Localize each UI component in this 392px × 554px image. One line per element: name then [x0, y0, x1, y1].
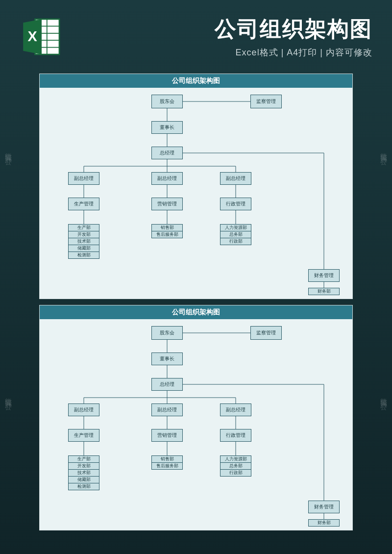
node-dgm1: 副总经理: [68, 172, 99, 185]
node-dept-admin: 行政部: [220, 469, 251, 477]
node-dept-general: 总务部: [220, 462, 251, 470]
node-dept-hr: 人力资源部: [220, 224, 251, 231]
node-board: 股东会: [151, 95, 183, 108]
node-dgm3: 副总经理: [220, 172, 251, 185]
node-dgm2: 副总经理: [151, 403, 183, 416]
node-dept-rd: 开发部: [68, 231, 99, 238]
node-dept-prod: 生产部: [68, 224, 99, 231]
node-dept-general: 总务部: [220, 231, 251, 238]
preview-wrap: 公司组织架构图 股东会 监察管理 董事: [39, 74, 353, 530]
node-dgm2: 副总经理: [151, 172, 183, 185]
node-fin-mgmt: 财务管理: [308, 269, 340, 282]
side-watermark-right-2: 熊猫办公: [379, 392, 388, 400]
node-supervise: 监察管理: [250, 326, 282, 340]
node-dept-service: 售后服务部: [151, 462, 183, 470]
excel-icon: X: [20, 15, 64, 59]
node-board: 股东会: [151, 326, 183, 340]
node-dept-prod: 生产部: [68, 455, 99, 463]
node-dept-tech: 技术部: [68, 469, 99, 477]
node-dept-inspect: 检测部: [68, 252, 99, 259]
main-title: 公司组织架构图: [74, 15, 372, 44]
node-gm: 总经理: [151, 378, 183, 391]
node-dept-store: 储藏部: [68, 245, 99, 252]
node-dept-sales: 销售部: [151, 455, 183, 463]
node-dept-finance: 财务部: [308, 519, 340, 527]
node-sales-mgmt: 营销管理: [151, 429, 183, 442]
connectors: [40, 88, 352, 299]
node-dgm1: 副总经理: [68, 403, 99, 416]
side-watermark-left: 熊猫办公: [4, 147, 13, 155]
node-dept-sales: 销售部: [151, 224, 183, 231]
chart-title: 公司组织架构图: [40, 305, 352, 319]
node-dept-rd: 开发部: [68, 462, 99, 470]
chart-title: 公司组织架构图: [40, 74, 352, 88]
node-dept-tech: 技术部: [68, 238, 99, 245]
node-chairman: 董事长: [151, 121, 183, 134]
connectors: [40, 319, 352, 530]
node-fin-mgmt: 财务管理: [308, 501, 340, 513]
svg-text:X: X: [27, 28, 37, 44]
node-dept-finance: 财务部: [308, 288, 340, 295]
sub-title: Excel格式 | A4打印 | 内容可修改: [74, 47, 372, 58]
header: X 公司组织架构图 Excel格式 | A4打印 | 内容可修改: [0, 0, 392, 69]
side-watermark-left-2: 熊猫办公: [4, 392, 13, 400]
org-chart-2: 公司组织架构图 股东会 监察管理 董事: [39, 305, 353, 530]
node-dept-admin: 行政部: [220, 238, 251, 245]
node-dept-hr: 人力资源部: [220, 455, 251, 463]
node-dgm3: 副总经理: [220, 403, 251, 416]
node-sales-mgmt: 营销管理: [151, 198, 183, 210]
chart-body: 股东会 监察管理 董事长 总经理 副总经理 副总经理 副总经理 生产管理 营销管…: [40, 88, 352, 299]
title-block: 公司组织架构图 Excel格式 | A4打印 | 内容可修改: [74, 15, 372, 58]
org-chart-1: 公司组织架构图 股东会 监察管理 董事: [39, 74, 353, 299]
node-admin-mgmt: 行政管理: [220, 429, 251, 442]
node-dept-inspect: 检测部: [68, 483, 99, 490]
node-dept-store: 储藏部: [68, 476, 99, 483]
chart-body: 股东会 监察管理 董事长 总经理 副总经理 副总经理 副总经理 生产管理 营销管…: [40, 319, 352, 530]
node-chairman: 董事长: [151, 353, 183, 365]
node-supervise: 监察管理: [250, 95, 282, 108]
side-watermark-right: 熊猫办公: [379, 147, 388, 155]
node-gm: 总经理: [151, 147, 183, 159]
node-prod-mgmt: 生产管理: [68, 198, 99, 210]
node-admin-mgmt: 行政管理: [220, 198, 251, 210]
node-prod-mgmt: 生产管理: [68, 429, 99, 442]
node-dept-service: 售后服务部: [151, 231, 183, 238]
